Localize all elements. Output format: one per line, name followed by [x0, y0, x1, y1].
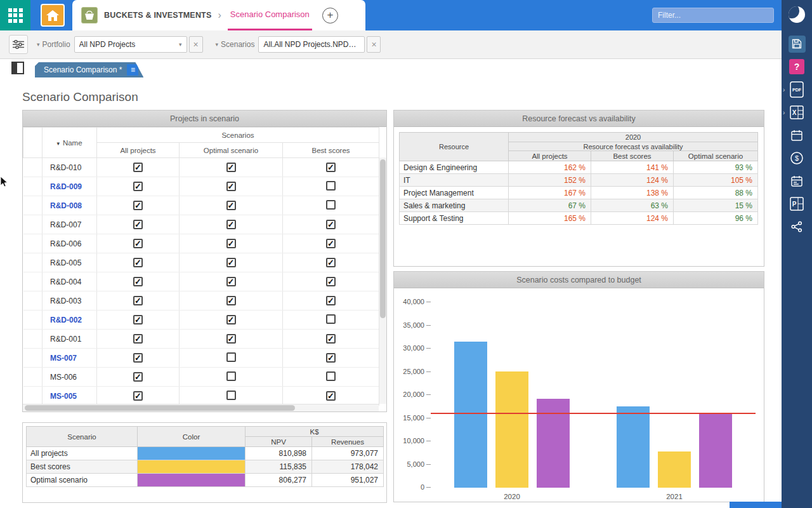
scenario-checkbox[interactable]: ✓ — [326, 220, 336, 229]
scenario-checkbox[interactable]: ✓ — [226, 201, 236, 210]
module-tab-label[interactable]: BUCKETS & INVESTMENTS — [104, 11, 212, 20]
portfolio-select[interactable]: All NPD Projects ▾ — [74, 36, 187, 53]
scenario-checkbox[interactable]: ✓ — [326, 258, 336, 267]
scenario-checkbox[interactable]: ✓ — [226, 296, 236, 305]
scenario-checkbox[interactable]: ✓ — [133, 296, 143, 305]
vertical-scrollbar-thumb[interactable] — [380, 159, 386, 318]
project-name-link[interactable]: MS-006 — [43, 368, 97, 387]
pdf-export-button[interactable]: › PDF — [782, 80, 812, 99]
apps-grid-button[interactable] — [0, 0, 30, 30]
scenario-checkbox[interactable] — [226, 352, 236, 362]
scenario-checkbox[interactable]: ✓ — [226, 220, 236, 229]
scenario-checkbox[interactable]: ✓ — [326, 163, 336, 172]
scenario-checkbox[interactable]: ✓ — [133, 372, 143, 382]
row-selector-cell[interactable] — [23, 253, 43, 272]
project-name-link[interactable]: R&D-002 — [43, 311, 97, 330]
row-selector-cell[interactable] — [23, 368, 43, 387]
help-button[interactable]: ? — [782, 57, 812, 76]
project-name-link[interactable]: R&D-009 — [43, 177, 97, 196]
column-header-all-projects[interactable]: All projects — [97, 143, 180, 158]
row-selector-cell[interactable] — [23, 158, 43, 177]
scenario-checkbox[interactable]: ✓ — [133, 163, 143, 172]
chevron-down-icon: ▾ — [179, 41, 182, 48]
projects-table: ▾Name Scenarios All projects Optimal sce… — [23, 127, 379, 406]
scenario-checkbox[interactable] — [326, 314, 336, 324]
row-selector-cell[interactable] — [23, 311, 43, 330]
row-selector-cell[interactable] — [23, 330, 43, 349]
project-name-link[interactable]: R&D-007 — [43, 215, 97, 234]
active-view-tab[interactable]: Scenario Comparison — [228, 0, 312, 30]
scenario-checkbox[interactable]: ✓ — [226, 277, 236, 286]
row-selector-cell[interactable] — [23, 272, 43, 291]
scenario-checkbox[interactable]: ✓ — [133, 220, 143, 229]
project-name-link[interactable]: R&D-008 — [43, 196, 97, 215]
scenario-checkbox[interactable]: ✓ — [326, 239, 336, 248]
scenario-checkbox[interactable]: ✓ — [133, 277, 143, 286]
scenario-checkbox[interactable]: ✓ — [226, 315, 236, 324]
row-selector-cell[interactable] — [23, 291, 43, 311]
project-name-link[interactable]: R&D-003 — [43, 291, 97, 311]
project-name-link[interactable]: R&D-004 — [43, 272, 97, 291]
scenario-checkbox[interactable] — [226, 371, 236, 381]
scenario-checkbox[interactable]: ✓ — [226, 163, 236, 172]
filter-input[interactable] — [652, 8, 774, 23]
scenario-checkbox[interactable]: ✓ — [226, 182, 236, 191]
clear-scenarios-button[interactable]: × — [367, 36, 381, 53]
scenario-checkbox[interactable]: ✓ — [133, 258, 143, 267]
add-tab-button[interactable]: + — [322, 8, 338, 23]
project-name-link[interactable]: R&D-001 — [43, 330, 97, 349]
view-tab[interactable]: Scenario Comparison * ≡ — [35, 62, 143, 77]
revenues-column-header: Revenues — [312, 437, 384, 447]
row-selector-cell[interactable] — [23, 177, 43, 196]
scenario-checkbox[interactable]: ✓ — [226, 334, 236, 344]
scenario-checkbox[interactable]: ✓ — [326, 277, 336, 286]
cost-view-button[interactable]: $ — [782, 149, 812, 168]
name-column-header[interactable]: ▾Name — [43, 128, 97, 158]
project-name-link[interactable]: R&D-005 — [43, 253, 97, 272]
planner-view-button[interactable] — [782, 171, 812, 190]
project-name-link[interactable]: R&D-010 — [43, 158, 97, 177]
excel-export-button[interactable]: › X — [782, 103, 812, 122]
scenario-checkbox[interactable]: ✓ — [133, 201, 143, 210]
row-selector-cell[interactable] — [23, 196, 43, 215]
scenarios-select[interactable]: All.All NPD Projects.NPD_ADM... — [258, 36, 365, 53]
scenario-checkbox[interactable]: ✓ — [133, 182, 143, 191]
bucket-icon — [81, 7, 98, 23]
scenario-checkbox[interactable]: ✓ — [326, 296, 336, 305]
scenario-checkbox[interactable]: ✓ — [226, 239, 236, 248]
tab-menu-icon[interactable]: ≡ — [127, 64, 138, 76]
clear-portfolio-button[interactable]: × — [189, 36, 203, 53]
scenario-checkbox[interactable] — [226, 391, 236, 400]
scenario-checkbox[interactable]: ✓ — [133, 391, 143, 401]
scenario-checkbox[interactable]: ✓ — [326, 353, 336, 363]
column-header-best-scores[interactable]: Best scores — [283, 143, 379, 158]
settings-sliders-button[interactable] — [9, 35, 28, 54]
scenario-checkbox[interactable]: ✓ — [133, 334, 143, 344]
horizontal-scrollbar-thumb[interactable] — [25, 405, 295, 411]
save-button[interactable] — [782, 34, 812, 53]
scenario-checkbox[interactable]: ✓ — [133, 239, 143, 248]
project-name-link[interactable]: R&D-006 — [43, 234, 97, 253]
home-button[interactable] — [41, 4, 65, 27]
scenario-checkbox[interactable]: ✓ — [326, 391, 336, 401]
scenario-checkbox[interactable]: ✓ — [133, 315, 143, 324]
scenario-checkbox[interactable] — [326, 200, 336, 210]
powerpoint-export-button[interactable]: P — [782, 194, 812, 213]
panel-toggle-button[interactable] — [11, 62, 24, 74]
row-selector-cell[interactable] — [23, 234, 43, 253]
scenario-checkbox[interactable]: ✓ — [326, 334, 336, 344]
calendar-view-button[interactable] — [782, 126, 812, 145]
column-header-optimal-scenario[interactable]: Optimal scenario — [180, 143, 283, 158]
project-name-link[interactable]: MS-007 — [43, 349, 97, 368]
row-selector-cell[interactable] — [23, 349, 43, 368]
share-button[interactable] — [782, 217, 812, 236]
row-selector-cell[interactable] — [23, 215, 43, 234]
scenario-checkbox[interactable] — [326, 371, 336, 381]
row-selector-cell[interactable] — [23, 387, 43, 406]
scenario-summary-row: All projects810,898973,077 — [27, 447, 384, 460]
project-name-link[interactable]: MS-005 — [43, 387, 97, 406]
scenario-checkbox[interactable]: ✓ — [226, 258, 236, 267]
scenario-checkbox[interactable] — [326, 181, 336, 190]
app-logo[interactable] — [782, 5, 812, 24]
scenario-checkbox[interactable]: ✓ — [133, 353, 143, 363]
